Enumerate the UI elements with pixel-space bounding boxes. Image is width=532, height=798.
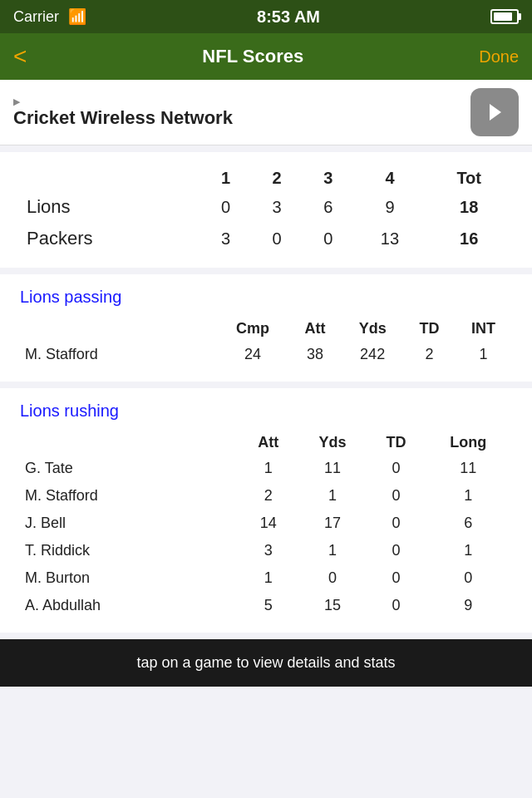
passing-player-name: M. Stafford <box>20 341 216 368</box>
battery-indicator <box>490 9 519 24</box>
score-row: Lions 0 3 6 9 18 <box>20 191 512 223</box>
lions-passing-table: Cmp Att Yds TD INT M. Stafford 24 38 242… <box>20 317 512 368</box>
rushing-row: M. Stafford 2 1 0 1 <box>20 482 512 510</box>
rushing-long: 1 <box>424 482 512 510</box>
rushing-att: 3 <box>239 537 298 564</box>
score-header-q3: 3 <box>303 165 354 191</box>
rushing-header-att: Att <box>239 431 298 455</box>
rushing-yds: 15 <box>298 592 368 619</box>
score-body: Lions 0 3 6 9 18 Packers 3 0 0 13 16 <box>20 191 512 254</box>
rushing-row: T. Riddick 3 1 0 1 <box>20 537 512 564</box>
rushing-long: 6 <box>424 510 512 537</box>
rushing-td: 0 <box>368 592 425 619</box>
rushing-row: M. Burton 1 0 0 0 <box>20 564 512 592</box>
passing-body: M. Stafford 24 38 242 2 1 <box>20 341 512 368</box>
ad-label: ▶ <box>13 96 233 107</box>
rushing-yds: 17 <box>298 510 368 537</box>
score-team-name: Lions <box>20 191 200 223</box>
score-q2: 3 <box>251 191 303 223</box>
status-bar: Carrier 📶 8:53 AM <box>0 0 532 33</box>
rushing-yds: 0 <box>298 564 368 592</box>
score-q1: 3 <box>200 223 252 254</box>
passing-row: M. Stafford 24 38 242 2 1 <box>20 341 512 368</box>
rushing-header-row: Att Yds TD Long <box>20 431 512 455</box>
rushing-body: G. Tate 1 11 0 11 M. Stafford 2 1 0 1 J.… <box>20 455 512 619</box>
rushing-att: 2 <box>239 482 298 510</box>
done-button[interactable]: Done <box>479 47 519 66</box>
ad-content: ▶ Cricket Wireless Network <box>13 96 233 129</box>
ad-banner: ▶ Cricket Wireless Network <box>0 80 532 145</box>
battery-icon <box>490 9 519 24</box>
rushing-player-name: T. Riddick <box>20 537 239 564</box>
rushing-header-td: TD <box>368 431 425 455</box>
lions-passing-section: Lions passing Cmp Att Yds TD INT M. Staf… <box>0 274 532 382</box>
rushing-td: 0 <box>368 482 425 510</box>
passing-header-player <box>20 317 216 341</box>
score-table: 1 2 3 4 Tot Lions 0 3 6 9 18 Packers 3 0… <box>20 165 512 254</box>
score-q4: 13 <box>354 223 426 254</box>
passing-cmp: 24 <box>216 341 289 368</box>
passing-att: 38 <box>289 341 341 368</box>
rushing-player-name: J. Bell <box>20 510 239 537</box>
rushing-long: 9 <box>424 592 512 619</box>
rushing-yds: 1 <box>298 537 368 564</box>
passing-yds: 242 <box>341 341 404 368</box>
rushing-player-name: M. Stafford <box>20 482 239 510</box>
score-header-q2: 2 <box>251 165 303 191</box>
rushing-row: G. Tate 1 11 0 11 <box>20 455 512 482</box>
nav-title: NFL Scores <box>202 46 303 67</box>
rushing-row: A. Abdullah 5 15 0 9 <box>20 592 512 619</box>
rushing-att: 5 <box>239 592 298 619</box>
score-header-team <box>20 165 200 191</box>
arrow-right-icon <box>481 99 508 126</box>
passing-header-cmp: Cmp <box>216 317 289 341</box>
score-header-tot: Tot <box>426 165 512 191</box>
passing-header-int: INT <box>455 317 512 341</box>
score-q3: 6 <box>303 191 354 223</box>
score-tot: 16 <box>426 223 512 254</box>
score-header-row: 1 2 3 4 Tot <box>20 165 512 191</box>
back-button[interactable]: < <box>13 45 27 68</box>
rushing-td: 0 <box>368 564 425 592</box>
lions-rushing-title: Lions rushing <box>20 401 512 421</box>
rushing-long: 11 <box>424 455 512 482</box>
footer: tap on a game to view details and stats <box>0 639 532 687</box>
rushing-yds: 11 <box>298 455 368 482</box>
passing-header-row: Cmp Att Yds TD INT <box>20 317 512 341</box>
wifi-icon: 📶 <box>68 8 86 25</box>
rushing-header-long: Long <box>424 431 512 455</box>
passing-int: 1 <box>455 341 512 368</box>
score-header-q4: 4 <box>354 165 426 191</box>
rushing-td: 0 <box>368 510 425 537</box>
score-team-name: Packers <box>20 223 200 254</box>
rushing-player-name: M. Burton <box>20 564 239 592</box>
rushing-att: 1 <box>239 564 298 592</box>
score-tot: 18 <box>426 191 512 223</box>
score-section: 1 2 3 4 Tot Lions 0 3 6 9 18 Packers 3 0… <box>0 152 532 268</box>
score-row: Packers 3 0 0 13 16 <box>20 223 512 254</box>
score-q3: 0 <box>303 223 354 254</box>
time-display: 8:53 AM <box>257 7 320 27</box>
score-q4: 9 <box>354 191 426 223</box>
rushing-long: 0 <box>424 564 512 592</box>
ad-play-icon: ▶ <box>13 96 20 106</box>
passing-header-td: TD <box>404 317 455 341</box>
rushing-td: 0 <box>368 537 425 564</box>
rushing-long: 1 <box>424 537 512 564</box>
score-q2: 0 <box>251 223 303 254</box>
nav-bar: < NFL Scores Done <box>0 33 532 80</box>
rushing-row: J. Bell 14 17 0 6 <box>20 510 512 537</box>
rushing-header-player <box>20 431 239 455</box>
carrier-label: Carrier 📶 <box>13 7 86 26</box>
rushing-att: 1 <box>239 455 298 482</box>
ad-arrow-button[interactable] <box>470 88 519 136</box>
passing-td: 2 <box>404 341 455 368</box>
rushing-td: 0 <box>368 455 425 482</box>
footer-text: tap on a game to view details and stats <box>136 654 395 671</box>
score-q1: 0 <box>200 191 252 223</box>
rushing-att: 14 <box>239 510 298 537</box>
ad-text: Cricket Wireless Network <box>13 107 233 129</box>
rushing-yds: 1 <box>298 482 368 510</box>
lions-rushing-table: Att Yds TD Long G. Tate 1 11 0 11 M. Sta… <box>20 431 512 619</box>
lions-passing-title: Lions passing <box>20 288 512 307</box>
